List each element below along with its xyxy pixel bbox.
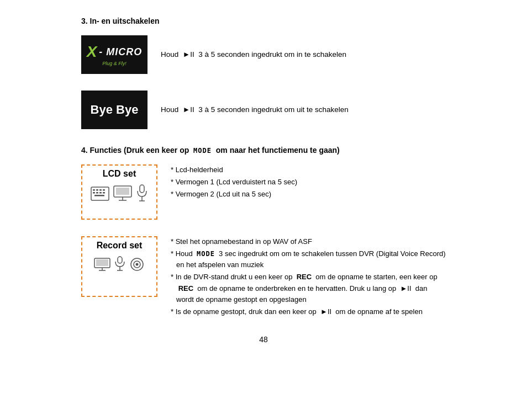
- lcd-bullet-list: Lcd-helderheid Vermogen 1 (Lcd verduiste…: [171, 164, 297, 201]
- xmicro-row: X - MICRO Plug & Fly! Houd ►II 3 à 5 sec…: [81, 35, 446, 74]
- byebye-label: Bye Bye: [91, 103, 139, 117]
- record-icons: [94, 256, 145, 273]
- svg-rect-3: [99, 189, 102, 191]
- record-bullet-1: Stel het opnamebestand in op WAV of ASF: [171, 236, 446, 247]
- svg-rect-5: [93, 192, 95, 194]
- byebye-row: Bye Bye Houd ►II 3 à 5 seconden ingedruk…: [81, 91, 446, 129]
- micro-text: - MICRO: [99, 46, 142, 58]
- svg-rect-9: [94, 195, 104, 196]
- mic-icon-2: [114, 256, 126, 273]
- record-bullet-4: Is de opname gestopt, druk dan een keer …: [171, 306, 446, 317]
- svg-rect-6: [96, 192, 98, 194]
- section4-title: 4. Functies (Druk een keer op MODE om na…: [81, 146, 446, 155]
- page-number: 48: [81, 335, 446, 344]
- lcd-set-box: LCD set: [81, 164, 157, 220]
- svg-rect-2: [96, 189, 98, 191]
- record-descriptions: Stel het opnamebestand in op WAV of ASF …: [171, 236, 446, 318]
- record-bullet-list: Stel het opnamebestand in op WAV of ASF …: [171, 236, 446, 317]
- record-set-row: Record set: [81, 236, 446, 318]
- lcd-bullet-1: Lcd-helderheid: [171, 164, 297, 176]
- svg-rect-8: [103, 192, 105, 194]
- byebye-description: Houd ►II 3 à 5 seconden ingedrukt om uit…: [161, 104, 349, 115]
- x-char: X: [87, 43, 97, 61]
- svg-rect-7: [99, 192, 102, 194]
- monitor-icon: [113, 185, 133, 202]
- plug-fly-text: Plug & Fly!: [102, 61, 127, 66]
- headphone-icon: [129, 257, 145, 272]
- svg-rect-1: [93, 189, 95, 191]
- xmicro-description: Houd ►II 3 à 5 seconden ingedrukt om in …: [161, 49, 346, 60]
- xmicro-logo: X - MICRO: [87, 43, 143, 61]
- page-content: 3. In- en uitschakelen X - MICRO Plug & …: [70, 0, 457, 360]
- small-monitor-icon: [94, 258, 110, 272]
- lcd-bullet-3: Vermogen 2 (Lcd uit na 5 sec): [171, 189, 297, 200]
- svg-rect-21: [118, 257, 122, 263]
- record-set-box: Record set: [81, 236, 157, 297]
- lcd-set-row: LCD set: [81, 164, 446, 220]
- keyboard-icon: [91, 187, 109, 201]
- section3-title: 3. In- en uitschakelen: [81, 17, 446, 25]
- svg-rect-0: [91, 187, 109, 200]
- xmicro-logo-box: X - MICRO Plug & Fly!: [81, 35, 147, 74]
- byebye-logo-box: Bye Bye: [81, 91, 147, 129]
- svg-point-26: [136, 263, 139, 266]
- svg-rect-11: [116, 188, 129, 195]
- record-bullet-2: Houd MODE 3 sec ingedrukt om om te schak…: [171, 248, 446, 270]
- microphone-icon: [136, 184, 148, 203]
- svg-rect-14: [140, 185, 144, 193]
- svg-rect-18: [96, 259, 108, 266]
- lcd-icons: [91, 184, 148, 203]
- record-bullet-3: In de DVR-stand drukt u een keer op REC …: [171, 272, 446, 305]
- record-set-label: Record set: [97, 241, 143, 251]
- lcd-bullet-2: Vermogen 1 (Lcd verduistert na 5 sec): [171, 177, 297, 188]
- lcd-set-label: LCD set: [103, 169, 136, 179]
- svg-rect-4: [103, 189, 105, 191]
